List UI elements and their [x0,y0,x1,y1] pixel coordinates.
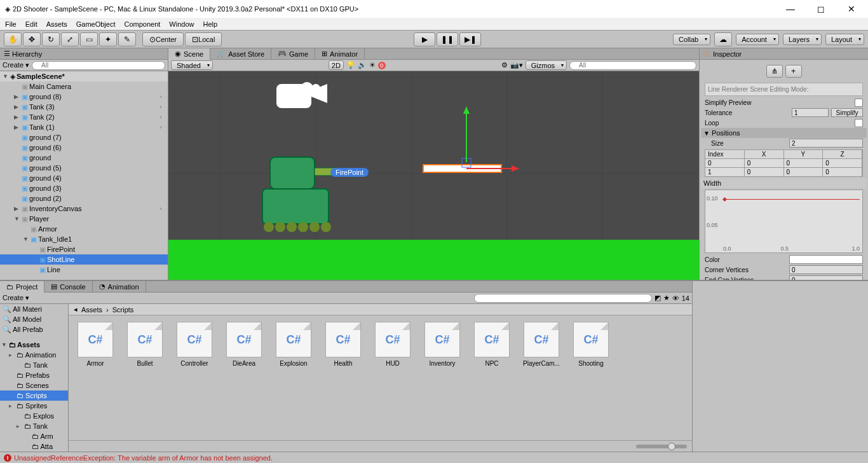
hierarchy-item[interactable]: ▣ ground (7) [0,132,168,142]
hierarchy-item[interactable]: ▣ Main Camera [0,81,168,92]
hierarchy-tree[interactable]: ▼◈ SampleScene*▣ Main Camera▶▣ ground (8… [0,71,168,280]
project-folder[interactable]: ▸🗀 Animation [0,350,68,360]
pivot-local-toggle[interactable]: ⊡ Local [185,32,222,46]
project-folder-tree[interactable]: 🔍All Materi 🔍All Model 🔍All Prefab ▼🗀 As… [0,304,69,452]
script-asset[interactable]: C#Shooting [571,322,611,367]
position-row[interactable]: 1000 [705,168,863,177]
create-dropdown[interactable]: Create ▾ [3,61,29,69]
hierarchy-item[interactable]: ▶▣ ground (8)› [0,92,168,102]
project-folder[interactable]: 🗀 Scenes [0,380,68,390]
tab-scene[interactable]: ◉Scene [168,48,210,60]
script-asset[interactable]: C#Bullet [125,322,165,367]
hierarchy-item[interactable]: ▶▣ Tank (2)› [0,112,168,122]
menu-assets[interactable]: Assets [46,20,67,28]
menu-file[interactable]: File [5,20,17,28]
pivot-center-toggle[interactable]: ⊙ Center [142,32,184,46]
custom-tool[interactable]: ✎ [118,32,136,46]
pause-button[interactable]: ❚❚ [437,32,458,46]
hierarchy-item[interactable]: ▣ Line [0,265,168,275]
tab-project[interactable]: 🗀Project [0,281,44,293]
hierarchy-item[interactable]: ▣ ground (4) [0,173,168,183]
move-tool[interactable]: ✥ [23,32,41,46]
hierarchy-item[interactable]: ▣ ground (6) [0,142,168,153]
scale-tool[interactable]: ⤢ [61,32,79,46]
project-folder[interactable]: 🗀 Explos [0,411,68,421]
hierarchy-item[interactable]: ▶▣ Tank (3)› [0,102,168,112]
menu-help[interactable]: Help [203,20,217,28]
shading-mode[interactable]: Shaded [171,60,213,70]
add-point-button[interactable]: + [785,65,802,78]
scene-view[interactable]: FirePoint [168,71,699,280]
hidden-toggle[interactable]: 👁 [672,294,679,302]
maximize-button[interactable]: ◻ [810,4,832,14]
project-create-dropdown[interactable]: Create ▾ [3,294,29,302]
hierarchy-item[interactable]: ▼▣ Player [0,214,168,224]
hierarchy-item[interactable]: ▣ Armor [0,224,168,234]
project-search[interactable] [474,294,652,303]
project-folder[interactable]: 🗀 Tank [0,360,68,370]
hierarchy-item[interactable]: ▣ ground (3) [0,183,168,193]
corner-vertices-field[interactable] [789,265,863,274]
thumbnail-size-slider[interactable] [636,445,687,448]
filter-button[interactable]: ◩ [654,294,661,302]
step-button[interactable]: ▶❚ [459,32,481,46]
move-gizmo[interactable] [456,105,519,181]
width-curve[interactable]: 0.10 0.05 0.0 0.5 1.0 [705,190,863,253]
breadcrumb[interactable]: ◂ Assets › Scripts [69,304,692,315]
hierarchy-item[interactable]: ▣ ground [0,153,168,163]
project-folder[interactable]: ▸🗀 Sprites [0,401,68,411]
script-asset[interactable]: C#NPC [471,322,512,367]
project-folder[interactable]: 🗀 Arm [0,431,68,441]
favorite-button[interactable]: ★ [663,294,670,302]
tab-animator[interactable]: ⊞Animator [315,48,365,60]
bc-scripts[interactable]: Scripts [112,306,134,314]
hierarchy-item[interactable]: ▼▣ Tank_Idle1 [0,234,168,244]
position-row[interactable]: 0000 [705,159,863,168]
collab-dropdown[interactable]: Collab [673,34,710,45]
project-folder[interactable]: ▸🗀 Tank [0,421,68,431]
light-toggle[interactable]: 💡 [346,61,355,69]
tab-console[interactable]: ▤Console [44,281,92,293]
hand-tool[interactable]: ✋ [4,32,22,46]
mode-2d-toggle[interactable]: 2D [329,60,344,70]
menu-window[interactable]: Window [169,20,194,28]
cloud-button[interactable]: ☁ [714,32,732,46]
status-bar[interactable]: ! UnassignedReferenceException: The vari… [0,452,868,463]
menu-gameobject[interactable]: GameObject [76,20,116,28]
script-asset[interactable]: C#Health [323,322,363,367]
play-button[interactable]: ▶ [414,32,435,46]
hierarchy-options-icon[interactable]: ☰ [4,50,10,58]
asset-grid[interactable]: C#ArmorC#BulletC#ControllerC#DieAreaC#Ex… [69,315,692,440]
hierarchy-item[interactable]: ▣ ground (2) [0,193,168,204]
hierarchy-item[interactable]: ▶▣ Tank (1)› [0,122,168,132]
menu-component[interactable]: Component [124,20,160,28]
tolerance-field[interactable] [792,108,829,117]
project-folder[interactable]: 🗀 Prefabs [0,370,68,380]
close-button[interactable]: ✕ [840,4,863,14]
effects-toggle[interactable]: ☀ [369,61,376,69]
camera-gizmo[interactable] [270,71,334,116]
script-asset[interactable]: C#Controller [174,322,215,367]
loop-checkbox[interactable] [855,119,863,127]
firepoint-label[interactable]: FirePoint [330,168,369,177]
tab-animation[interactable]: ◔Animation [93,281,146,293]
menu-edit[interactable]: Edit [25,20,37,28]
ground-sprite[interactable] [168,240,699,280]
hierarchy-item[interactable]: ▣ FirePoint [0,244,168,254]
bc-back[interactable]: ◂ [74,305,78,314]
camera-icon[interactable]: 📷▾ [510,61,523,69]
scene-root[interactable]: ▼◈ SampleScene* [0,71,168,81]
script-asset[interactable]: C#DieArea [224,322,264,367]
inspector-body[interactable]: ⋔ + Line Renderer Scene Editing Mode: Si… [700,60,868,280]
project-folder[interactable]: 🗀 Scripts [0,390,68,401]
edit-points-button[interactable]: ⋔ [766,65,783,78]
audio-toggle[interactable]: 🔊 [358,61,367,69]
project-folder[interactable]: 🗀 Atta [0,441,68,452]
hierarchy-item[interactable]: ▣ ShotLine [0,254,168,265]
gizmos-dropdown[interactable]: Gizmos [526,60,567,70]
layout-dropdown[interactable]: Layout [825,34,864,45]
simplify-button[interactable]: Simplify [831,108,863,117]
hierarchy-item[interactable]: ▣ ground (5) [0,163,168,173]
color-gradient[interactable] [789,255,863,264]
hierarchy-search[interactable] [32,61,165,70]
